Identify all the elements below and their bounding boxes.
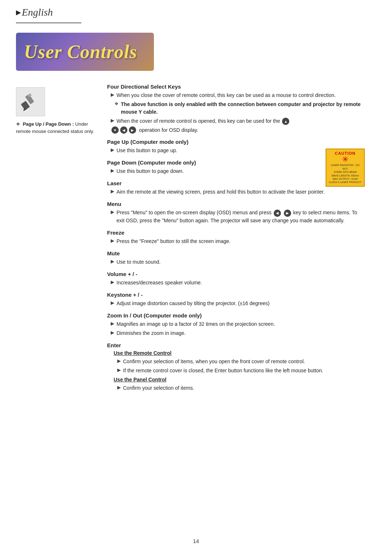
sub-text: The above function is only enabled with … bbox=[121, 101, 365, 116]
bullet-text: Confirm your selection of items, when yo… bbox=[123, 358, 305, 365]
header-bullet: ▶ bbox=[16, 8, 21, 16]
bullet-text: Press "Menu" to open the on-screen displ… bbox=[117, 209, 365, 224]
title-banner: User Controls bbox=[16, 33, 154, 71]
nav-left-sq: ◀ bbox=[274, 210, 281, 217]
subsection-panel-control: Use the Panel Control ▶ Confirm your sel… bbox=[107, 377, 365, 392]
section-title-menu: Menu bbox=[107, 201, 365, 207]
pen-icon bbox=[21, 92, 41, 112]
section-title-page-up: Page Up (Computer mode only) bbox=[107, 139, 365, 145]
use-panel-control-label: Use the Panel Control bbox=[114, 377, 365, 382]
bullet-item: ▶ Aim the remote at the viewing screen, … bbox=[107, 188, 365, 196]
section-title-four-directional: Four Directional Select Keys bbox=[107, 84, 365, 90]
bullet-text: Confirm your selection of items. bbox=[123, 384, 194, 392]
page-title: User Controls bbox=[24, 41, 137, 62]
bullet-item: ▶ Confirm your selection of items. bbox=[114, 384, 365, 392]
arrow-icon: ▶ bbox=[111, 92, 114, 97]
nav-left-circle: ◀ bbox=[120, 126, 127, 134]
arrow-icon: ▶ bbox=[111, 168, 114, 173]
diamond-icon: ❖ bbox=[16, 121, 20, 127]
section-page-down: Page Down (Computer mode only) ▶ Use thi… bbox=[107, 159, 365, 175]
caution-line2: STARE INTO BEAM bbox=[328, 170, 362, 174]
use-remote-control-label: Use the Remote Control bbox=[114, 350, 365, 356]
bullet-text: Use to mute sound. bbox=[117, 258, 160, 266]
english-header: ▶ English bbox=[16, 7, 53, 18]
bullet-text: Magnifies an image up to a factor of 32 … bbox=[117, 320, 275, 328]
arrow-icon: ▶ bbox=[111, 300, 114, 305]
bullet-text: Use this button to page up. bbox=[117, 147, 177, 154]
arrow-icon: ▶ bbox=[117, 385, 121, 390]
section-zoom: Zoom In / Out (Computer mode only) ▶ Mag… bbox=[107, 312, 365, 337]
section-mute: Mute ▶ Use to mute sound. bbox=[107, 250, 365, 266]
section-title-mute: Mute bbox=[107, 250, 365, 256]
section-keystone: Keystone + / - ▶ Adjust image distortion… bbox=[107, 292, 365, 307]
nav-up-icon: ▲ bbox=[282, 118, 289, 125]
section-menu: Menu ▶ Press "Menu" to open the on-scree… bbox=[107, 201, 365, 224]
sidebar: ❖ Page Up / Page Down : Under remote mou… bbox=[16, 87, 96, 135]
header-divider bbox=[16, 23, 81, 23]
bullet-item: ▶ Press the "Freeze" button to still the… bbox=[107, 238, 365, 245]
sub-diamond-icon: ❖ bbox=[114, 101, 119, 106]
bullet-item: ▶ Adjust image distortion caused by tilt… bbox=[107, 300, 365, 307]
caution-line5: CLASS II LASER PRODUCT bbox=[328, 181, 362, 184]
nav-left-icon: ◀ bbox=[120, 126, 127, 134]
section-title-zoom: Zoom In / Out (Computer mode only) bbox=[107, 312, 365, 319]
sidebar-note: ❖ Page Up / Page Down : Under remote mou… bbox=[16, 121, 96, 135]
caution-star-icon: ✳ bbox=[328, 155, 362, 163]
arrow-icon: ▶ bbox=[117, 367, 121, 373]
osd-label: operation for OSD display. bbox=[139, 127, 198, 133]
language-label: English bbox=[22, 7, 53, 18]
arrow-icon: ▶ bbox=[111, 209, 114, 215]
nav-down-circle: ▼ bbox=[111, 126, 119, 134]
nav-down-icon: ▼ bbox=[111, 126, 119, 134]
arrow-icon: ▶ bbox=[111, 330, 114, 335]
sidebar-note-label: Page Up / Page Down : bbox=[23, 121, 74, 127]
arrow-icon: ▶ bbox=[111, 259, 114, 264]
bullet-item: ▶ Confirm your selection of items, when … bbox=[114, 358, 365, 365]
caution-body: LASER RADIATION - DO NOT STARE INTO BEAM… bbox=[328, 163, 362, 184]
osd-nav-row: ▼ ◀ ▶ operation for OSD display. bbox=[107, 126, 365, 134]
bullet-text: When you close the cover of remote contr… bbox=[117, 92, 336, 99]
caution-line4: MAX OUTPUT: <1mW bbox=[328, 177, 362, 181]
pen-icon-box bbox=[16, 87, 45, 116]
bullet-text: Adjust image distortion caused by tiltin… bbox=[117, 300, 270, 307]
bullet-text: Aim the remote at the viewing screen, pr… bbox=[117, 188, 325, 196]
section-title-freeze: Freeze bbox=[107, 230, 365, 236]
bullet-item: ▶ Diminishes the zoom in image. bbox=[107, 329, 365, 337]
section-enter: Enter Use the Remote Control ▶ Confirm y… bbox=[107, 342, 365, 392]
nav-up-circle: ▲ bbox=[282, 118, 289, 125]
bullet-item: ▶ Increases/decreases speaker volume. bbox=[107, 279, 365, 287]
nav-right-circle: ▶ bbox=[129, 126, 136, 134]
arrow-icon: ▶ bbox=[117, 358, 121, 364]
bullet-text: If the remote control cover is closed, t… bbox=[123, 367, 323, 374]
caution-line3: WAVE LENGTH: 650nm bbox=[328, 174, 362, 177]
bullet-text: When the cover of remote control is open… bbox=[117, 117, 290, 125]
nav-right-inline-icon: ▶ bbox=[284, 210, 291, 217]
nav-left-inline-icon: ◀ bbox=[274, 210, 281, 217]
bullet-text: Diminishes the zoom in image. bbox=[117, 329, 186, 337]
nav-right-sq: ▶ bbox=[284, 210, 291, 217]
bullet-item: ▶ Press "Menu" to open the on-screen dis… bbox=[107, 209, 365, 224]
caution-badge: CAUTION ✳ LASER RADIATION - DO NOT STARE… bbox=[326, 149, 365, 187]
nav-right-icon: ▶ bbox=[129, 126, 136, 134]
page-number: 14 bbox=[193, 538, 199, 544]
arrow-icon: ▶ bbox=[111, 189, 114, 194]
arrow-icon: ▶ bbox=[111, 118, 114, 123]
bullet-item: ▶ Use to mute sound. bbox=[107, 258, 365, 266]
arrow-icon: ▶ bbox=[111, 147, 114, 153]
bullet-text: Increases/decreases speaker volume. bbox=[117, 279, 202, 287]
arrow-icon: ▶ bbox=[111, 238, 114, 243]
sub-bullet: ❖ The above function is only enabled wit… bbox=[114, 101, 365, 116]
bullet-text: Press the "Freeze" button to still the s… bbox=[117, 238, 230, 245]
bullet-item: ▶ When you close the cover of remote con… bbox=[107, 92, 365, 99]
subsection-remote-control: Use the Remote Control ▶ Confirm your se… bbox=[107, 350, 365, 374]
arrow-icon: ▶ bbox=[111, 279, 114, 285]
arrow-icon: ▶ bbox=[111, 321, 114, 326]
section-title-enter: Enter bbox=[107, 342, 365, 348]
section-freeze: Freeze ▶ Press the "Freeze" button to st… bbox=[107, 230, 365, 245]
section-title-volume: Volume + / - bbox=[107, 271, 365, 277]
bullet-item: ▶ Magnifies an image up to a factor of 3… bbox=[107, 320, 365, 328]
caution-line1: LASER RADIATION - DO NOT bbox=[328, 163, 362, 170]
main-content: Four Directional Select Keys ▶ When you … bbox=[107, 84, 376, 397]
section-four-directional: Four Directional Select Keys ▶ When you … bbox=[107, 84, 365, 134]
bullet-item: ▶ When the cover of remote control is op… bbox=[107, 117, 365, 125]
